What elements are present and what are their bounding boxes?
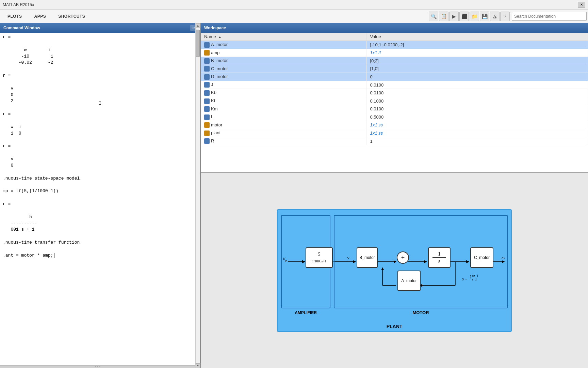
c-motor-block: C_motor — [470, 247, 493, 268]
c-motor-label: C_motor — [474, 255, 490, 260]
ws-cell-name: plant — [201, 129, 366, 137]
cmd-line-10: w i — [3, 124, 197, 131]
workspace-table: Name ▲ Value A_motor[-10,1;-0.0200,-2]am… — [201, 33, 588, 145]
command-content[interactable]: r = w i -10 1 -0.02 -2 r = v 0 2 r = w i… — [0, 33, 200, 368]
workspace-row[interactable]: plant1x1 ss — [201, 129, 588, 137]
cmd-line-blank9 — [3, 182, 197, 188]
workspace-row[interactable]: Km0.0100 — [201, 105, 588, 113]
text-cursor: I — [99, 101, 101, 106]
ws-icon — [204, 58, 210, 64]
scroll-track[interactable] — [196, 28, 200, 363]
workspace-row[interactable]: Kf0.1000 — [201, 97, 588, 105]
amp-numerator: 5 — [318, 252, 321, 257]
cmd-line-9: r = — [3, 111, 197, 118]
cmd-line-2: w i — [3, 47, 197, 53]
help-button[interactable]: ? — [500, 12, 510, 21]
ws-cell-name: motor — [201, 121, 366, 129]
tab-shortcuts[interactable]: SHORTCUTS — [52, 12, 91, 21]
cmd-line-blank7 — [3, 150, 197, 156]
cmd-line-17: r = — [3, 201, 197, 208]
workspace-row[interactable]: J0.0100 — [201, 81, 588, 89]
amplifier-block: 5 1/1000s+1 — [306, 247, 333, 268]
toolbar-icon-1[interactable]: 🔍 — [429, 12, 438, 21]
scroll-thumb[interactable] — [196, 30, 200, 57]
ws-icon — [204, 131, 210, 136]
workspace-row[interactable]: C_motor[1,0] — [201, 65, 588, 73]
search-documentation-input[interactable] — [512, 12, 587, 21]
ws-cell-name: D_motor — [201, 73, 366, 81]
toolbar-icon-7[interactable]: 🖨 — [490, 12, 500, 21]
command-window-panel: Command Window ⊕ r = w i -10 1 -0.02 -2 … — [0, 23, 201, 368]
sum-junction: + — [397, 251, 409, 264]
ws-icon — [204, 106, 210, 112]
ws-link-value[interactable]: 1x1 ss — [370, 131, 383, 136]
toolbar-icon-5[interactable]: 📁 — [470, 12, 479, 21]
workspace-row[interactable]: L0.5000 — [201, 113, 588, 121]
ws-cell-name: amp — [201, 49, 366, 57]
cmd-line-6: v — [3, 86, 197, 92]
toolbar-icon-4[interactable]: ⬛ — [459, 12, 469, 21]
motor-label: MOTOR — [412, 310, 429, 315]
ws-icon — [204, 122, 210, 128]
workspace-row[interactable]: amp1x1 tf — [201, 49, 588, 57]
col-value-header[interactable]: Value — [366, 33, 588, 41]
ws-icon — [204, 66, 210, 72]
a-motor-label: A_motor — [401, 278, 416, 283]
ws-cell-value: 1x1 ss — [366, 121, 588, 129]
b-motor-label: B_motor — [359, 255, 375, 260]
cmd-line-20: 001 s + 1 — [3, 227, 197, 233]
close-button[interactable]: ✕ — [578, 2, 585, 8]
cmd-line-blank1 — [3, 41, 197, 47]
workspace-row[interactable]: B_motor[0;2] — [201, 57, 588, 65]
cmd-line-blank11 — [3, 208, 197, 214]
app-title: MATLAB R2015a — [3, 2, 578, 7]
toolbar-icon-3[interactable]: ▶ — [449, 12, 459, 21]
tab-plots[interactable]: PLOTS — [1, 12, 28, 21]
toolbar: PLOTS APPS SHORTCUTS 🔍 📋 ▶ ⬛ 📁 💾 🖨 ? — [0, 10, 588, 23]
ws-icon — [204, 50, 210, 56]
sum-plus: + — [401, 255, 405, 261]
ws-icon — [204, 42, 210, 48]
cmd-line-5: r = — [3, 73, 197, 79]
ws-cell-name: Km — [201, 105, 366, 113]
ws-link-value[interactable]: 1x1 tf — [370, 50, 381, 55]
cmd-line-blank12 — [3, 233, 197, 240]
workspace-table-container: Name ▲ Value A_motor[-10,1;-0.0200,-2]am… — [201, 33, 588, 172]
workspace-row[interactable]: motor1x1 ss — [201, 121, 588, 129]
workspace-row[interactable]: R1 — [201, 137, 588, 145]
ws-link-value[interactable]: 1x1 ss — [370, 122, 383, 127]
toolbar-icon-2[interactable]: 📋 — [439, 12, 448, 21]
ws-icon — [204, 98, 210, 104]
workspace-row[interactable]: D_motor0 — [201, 73, 588, 81]
cmd-line-blank2 — [3, 66, 197, 73]
ws-icon — [204, 90, 210, 96]
col-name-header[interactable]: Name ▲ — [201, 33, 366, 41]
ws-cell-name: L — [201, 113, 366, 121]
cmd-line-21: .nuous-time transfer function. — [3, 240, 197, 246]
scroll-down-button[interactable]: ▼ — [196, 363, 200, 368]
ws-icon — [204, 114, 210, 120]
window-controls: ✕ — [578, 2, 585, 8]
toolbar-icons: 🔍 📋 ▶ ⬛ 📁 💾 🖨 ? — [429, 12, 510, 21]
cmd-line-blank3 — [3, 79, 197, 86]
plant-label: PLANT — [278, 324, 511, 331]
toolbar-icon-6[interactable]: 💾 — [480, 12, 489, 21]
tab-apps[interactable]: APPS — [28, 12, 52, 21]
workspace-row[interactable]: A_motor[-10,1;-0.0200,-2] — [201, 41, 588, 49]
cmd-line-7: 0 — [3, 92, 197, 98]
workspace-row[interactable]: Kb0.0100 — [201, 89, 588, 97]
resize-handle[interactable] — [0, 365, 195, 368]
cmd-line-blank6 — [3, 137, 197, 143]
ws-icon — [204, 74, 210, 80]
vertical-scrollbar[interactable]: ▲ ▼ — [195, 23, 200, 368]
int-denominator: s — [438, 258, 440, 264]
ws-cell-value: 1 — [366, 137, 588, 145]
a-motor-block: A_motor — [397, 271, 421, 291]
scroll-up-button[interactable]: ▲ — [196, 23, 200, 28]
cmd-line-14: 0 — [3, 163, 197, 169]
workspace-panel: Workspace Name ▲ Value A_motor[-10,1;-0.… — [201, 23, 588, 173]
ws-cell-value: 0.0100 — [366, 105, 588, 113]
amp-denominator: 1/1000s+1 — [312, 259, 326, 263]
command-window-title: Command Window — [3, 26, 40, 30]
cmd-line-12: r = — [3, 143, 197, 150]
